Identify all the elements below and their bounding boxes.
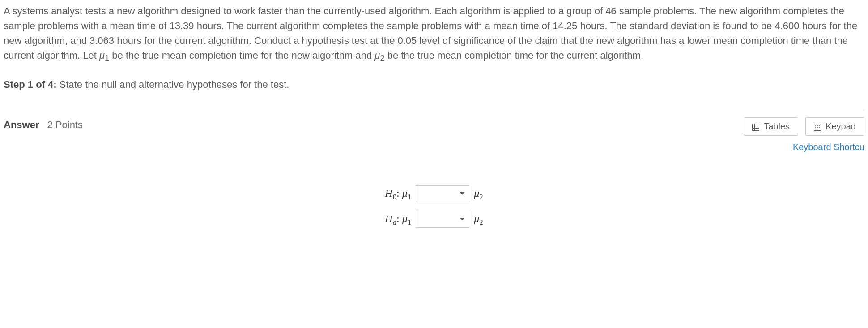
ha-label: Ha: μ1	[385, 211, 411, 228]
svg-point-10	[817, 127, 818, 128]
svg-point-6	[815, 125, 816, 126]
hypotheses-area: H0: μ1 μ2 Ha: μ1 μ2	[4, 185, 864, 228]
alt-hypothesis-row: Ha: μ1 μ2	[385, 211, 483, 228]
keypad-button[interactable]: Keypad	[805, 117, 864, 136]
step-label: Step 1 of 4:	[4, 79, 57, 90]
svg-point-12	[815, 129, 816, 129]
divider	[4, 110, 864, 110]
keypad-icon	[814, 123, 821, 130]
table-icon	[752, 123, 759, 130]
null-hypothesis-row: H0: μ1 μ2	[385, 185, 483, 203]
svg-point-13	[817, 129, 818, 129]
tables-button-label: Tables	[764, 121, 790, 132]
svg-point-11	[819, 127, 820, 128]
answer-label: Answer	[4, 117, 39, 132]
svg-point-9	[815, 127, 816, 128]
ha-mu2: μ2	[474, 211, 483, 228]
h0-label: H0: μ1	[385, 185, 411, 203]
points-label: 2 Points	[47, 117, 83, 132]
svg-point-8	[819, 125, 820, 126]
svg-rect-0	[753, 124, 759, 131]
h0-mu2: μ2	[474, 185, 483, 203]
svg-point-14	[819, 129, 820, 129]
h0-operator-select[interactable]	[416, 185, 469, 202]
tables-button[interactable]: Tables	[744, 117, 798, 136]
problem-text: A systems analyst tests a new algorithm …	[4, 5, 857, 61]
svg-point-7	[817, 125, 818, 126]
step-instruction: Step 1 of 4: State the null and alternat…	[4, 77, 864, 92]
keyboard-shortcuts-link[interactable]: Keyboard Shortcu	[739, 140, 864, 154]
ha-operator-select[interactable]	[416, 211, 469, 228]
step-text: State the null and alternative hypothese…	[60, 79, 289, 90]
keypad-button-label: Keypad	[825, 121, 856, 132]
